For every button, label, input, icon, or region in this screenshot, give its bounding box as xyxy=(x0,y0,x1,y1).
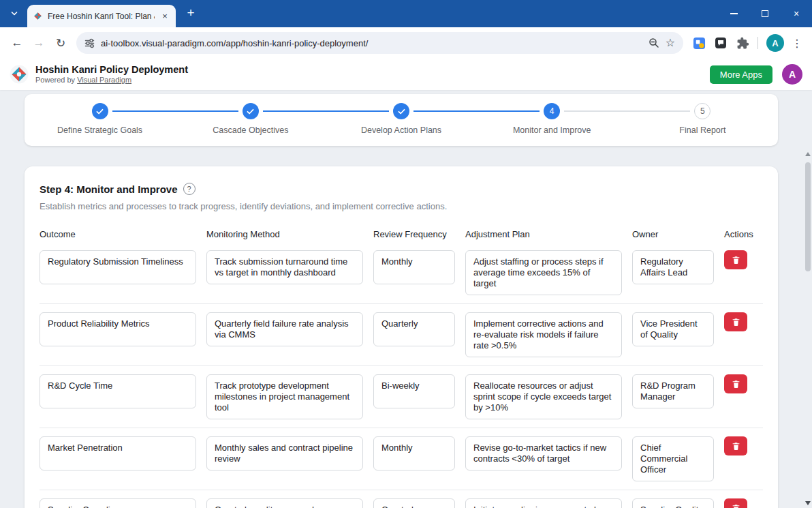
visual-paradigm-link[interactable]: Visual Paradigm xyxy=(77,76,131,84)
stepper-step-develop-action-plans[interactable]: Develop Action Plans xyxy=(326,103,476,135)
scrollbar-down-arrow-icon[interactable] xyxy=(805,501,811,505)
zoom-icon[interactable] xyxy=(649,38,659,48)
column-header-review-frequency: Review Frequency xyxy=(373,229,455,239)
step-label: Final Report xyxy=(679,125,725,135)
adjustment-plan-field[interactable]: Revise go-to-market tactics if new contr… xyxy=(465,436,622,470)
stepper-step-final-report[interactable]: 5 Final Report xyxy=(627,103,778,135)
browser-profile-avatar[interactable]: A xyxy=(766,34,784,52)
row-divider xyxy=(40,428,763,428)
browser-window: Free Hoshin Kanri Tool: Plan & × + × ← →… xyxy=(0,0,812,508)
step4-title: Step 4: Monitor and Improve xyxy=(40,183,178,195)
adjustment-plan-field[interactable]: Adjust staffing or process steps if aver… xyxy=(465,250,622,295)
step-label: Develop Action Plans xyxy=(361,125,441,135)
delete-row-button[interactable] xyxy=(724,374,747,393)
outcome-field[interactable]: Market Penetration xyxy=(40,436,196,470)
new-tab-button[interactable]: + xyxy=(181,4,200,23)
maximize-icon xyxy=(762,10,768,17)
step4-subtitle: Establish metrics and processes to track… xyxy=(40,201,763,211)
review-frequency-field[interactable]: Bi-weekly xyxy=(373,374,455,408)
tab-title: Free Hoshin Kanri Tool: Plan & xyxy=(48,12,155,21)
stepper-step-cascade-objectives[interactable]: Cascade Objectives xyxy=(175,103,326,135)
owner-field[interactable]: Supplier Quality xyxy=(632,498,714,508)
monitoring-method-field[interactable]: Track submission turnaround time vs targ… xyxy=(206,250,363,284)
step-label: Cascade Objectives xyxy=(213,125,288,135)
table-header: Outcome Monitoring Method Review Frequen… xyxy=(40,229,763,239)
monitoring-method-field[interactable]: Monthly sales and contract pipeline revi… xyxy=(206,436,363,470)
extensions-puzzle-icon[interactable] xyxy=(732,33,753,53)
trash-icon xyxy=(732,441,740,451)
table-row: Product Reliability Metrics Quarterly fi… xyxy=(40,312,763,357)
stepper-connector xyxy=(263,110,389,112)
review-frequency-field[interactable]: Quarterly xyxy=(373,312,455,346)
delete-row-button[interactable] xyxy=(724,498,747,508)
monitoring-method-field[interactable]: Track prototype development milestones i… xyxy=(206,374,363,419)
stepper-step-define-strategic-goals[interactable]: Define Strategic Goals xyxy=(25,103,175,135)
step-complete-check-icon xyxy=(92,103,108,119)
step4-card: Step 4: Monitor and Improve ? Establish … xyxy=(25,166,778,508)
reload-button[interactable]: ↻ xyxy=(50,33,71,53)
trash-icon xyxy=(732,379,740,389)
window-controls: × xyxy=(718,0,812,27)
adjustment-plan-field[interactable]: Initiate supplier improvement plans xyxy=(465,498,622,508)
bookmark-star-icon[interactable]: ☆ xyxy=(666,38,675,48)
extension-chat-icon[interactable] xyxy=(710,33,731,53)
more-apps-button[interactable]: More Apps xyxy=(710,65,772,84)
help-icon[interactable]: ? xyxy=(183,183,196,195)
row-divider xyxy=(40,365,763,366)
monitoring-method-field[interactable]: Quarterly audit scorecards xyxy=(206,498,363,508)
powered-by: Powered by Visual Paradigm xyxy=(35,76,188,85)
page-scrollbar[interactable] xyxy=(803,149,812,508)
owner-field[interactable]: Regulatory Affairs Lead xyxy=(632,250,714,284)
browser-toolbar: ← → ↻ ai-toolbox.visual-paradigm.com/app… xyxy=(0,27,812,59)
table-row: Market Penetration Monthly sales and con… xyxy=(40,436,763,481)
visual-paradigm-logo-icon xyxy=(10,65,29,84)
user-avatar[interactable]: A xyxy=(782,64,802,85)
table-row: Regulatory Submission Timeliness Track s… xyxy=(40,250,763,295)
delete-row-button[interactable] xyxy=(724,250,747,269)
monitoring-method-field[interactable]: Quarterly field failure rate analysis vi… xyxy=(206,312,363,346)
back-button[interactable]: ← xyxy=(7,33,27,53)
delete-row-button[interactable] xyxy=(724,312,747,331)
review-frequency-field[interactable]: Monthly xyxy=(373,250,455,284)
outcome-field[interactable]: Supplier Compliance xyxy=(40,498,196,508)
browser-menu-icon[interactable]: ⋮ xyxy=(789,33,805,53)
outcome-field[interactable]: R&D Cycle Time xyxy=(40,374,196,408)
stepper-step-monitor-and-improve[interactable]: 4 Monitor and Improve xyxy=(477,103,627,135)
stepper-connector xyxy=(564,110,690,112)
tab-close-icon[interactable]: × xyxy=(159,11,170,22)
delete-row-button[interactable] xyxy=(724,436,747,455)
maximize-button[interactable] xyxy=(749,0,781,27)
step-complete-check-icon xyxy=(393,103,409,119)
review-frequency-field[interactable]: Quarterly xyxy=(373,498,455,508)
stepper: Define Strategic Goals Cascade Objective… xyxy=(25,94,778,146)
step-label: Monitor and Improve xyxy=(513,125,591,135)
browser-tab[interactable]: Free Hoshin Kanri Tool: Plan & × xyxy=(27,5,176,27)
step-label: Define Strategic Goals xyxy=(57,125,142,135)
site-favicon-icon xyxy=(33,11,43,21)
column-header-owner: Owner xyxy=(632,229,714,239)
trash-icon xyxy=(732,317,740,327)
close-button[interactable]: × xyxy=(781,0,812,27)
owner-field[interactable]: Vice President of Quality xyxy=(632,312,714,346)
minimize-icon xyxy=(730,13,738,14)
page-content: Define Strategic Goals Cascade Objective… xyxy=(0,90,812,508)
tab-search-chevron-icon[interactable] xyxy=(5,5,23,23)
outcome-field[interactable]: Regulatory Submission Timeliness xyxy=(40,250,196,284)
review-frequency-field[interactable]: Monthly xyxy=(373,436,455,470)
adjustment-plan-field[interactable]: Reallocate resources or adjust sprint sc… xyxy=(465,374,622,419)
site-info-icon[interactable] xyxy=(84,38,95,48)
owner-field[interactable]: R&D Program Manager xyxy=(632,374,714,408)
minimize-button[interactable] xyxy=(718,0,749,27)
outcome-field[interactable]: Product Reliability Metrics xyxy=(40,312,196,346)
row-divider xyxy=(40,303,763,304)
address-bar[interactable]: ai-toolbox.visual-paradigm.com/app/hoshi… xyxy=(76,32,683,54)
app-header: Hoshin Kanri Policy Deployment Powered b… xyxy=(0,59,812,90)
forward-button[interactable]: → xyxy=(29,33,49,53)
column-header-adjustment-plan: Adjustment Plan xyxy=(465,229,622,239)
tab-strip: Free Hoshin Kanri Tool: Plan & × + × xyxy=(0,0,812,27)
owner-field[interactable]: Chief Commercial Officer xyxy=(632,436,714,481)
scrollbar-up-arrow-icon[interactable] xyxy=(805,152,811,156)
extension-colored-icon[interactable] xyxy=(689,33,709,53)
adjustment-plan-field[interactable]: Implement corrective actions and re-eval… xyxy=(465,312,622,357)
scrollbar-thumb[interactable] xyxy=(805,162,811,271)
